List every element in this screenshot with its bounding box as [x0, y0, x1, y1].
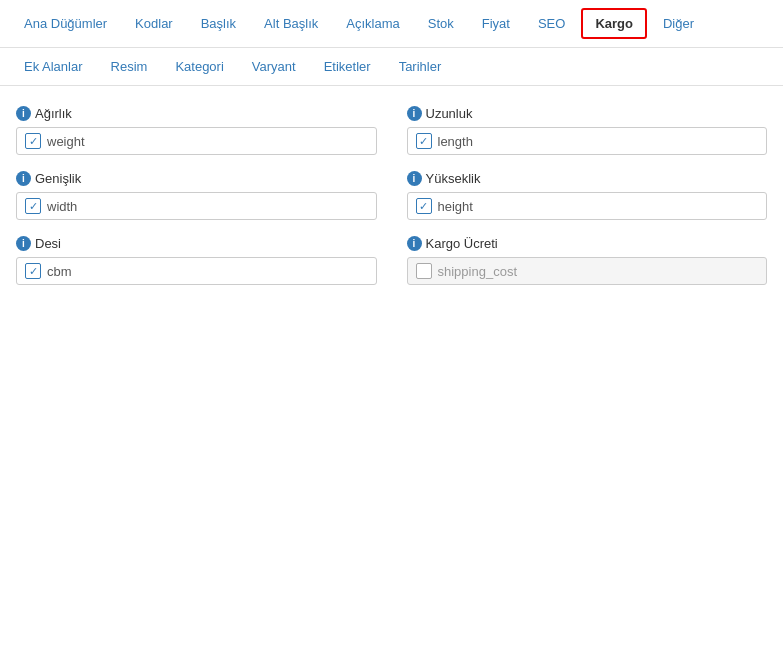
info-icon-kargo-ucreti[interactable]: i: [407, 236, 422, 251]
input-text-uzunluk[interactable]: length: [438, 134, 759, 149]
nav-item-fiyat[interactable]: Fiyat: [470, 10, 522, 37]
sub-nav-item-tarihler[interactable]: Tarihler: [387, 54, 454, 79]
sub-nav-item-ek-alanlar[interactable]: Ek Alanlar: [12, 54, 95, 79]
nav-item-alt-baslik[interactable]: Alt Başlık: [252, 10, 330, 37]
input-text-desi[interactable]: cbm: [47, 264, 368, 279]
label-text-kargo-ucreti: Kargo Ücreti: [426, 236, 498, 251]
form-label-genislik: iGenişlik: [16, 171, 377, 186]
input-text-agirlik[interactable]: weight: [47, 134, 368, 149]
sub-nav-item-kategori[interactable]: Kategori: [163, 54, 235, 79]
info-icon-genislik[interactable]: i: [16, 171, 31, 186]
info-icon-uzunluk[interactable]: i: [407, 106, 422, 121]
input-text-kargo-ucreti[interactable]: shipping_cost: [438, 264, 759, 279]
checkmark-yukseklik: ✓: [419, 201, 428, 212]
form-label-desi: iDesi: [16, 236, 377, 251]
nav-item-kodlar[interactable]: Kodlar: [123, 10, 185, 37]
form-grid: iAğırlık✓weightiUzunluk✓lengthiGenişlik✓…: [16, 106, 767, 285]
nav-item-ana-dugumler[interactable]: Ana Düğümler: [12, 10, 119, 37]
input-wrapper-genislik: ✓width: [16, 192, 377, 220]
form-group-uzunluk: iUzunluk✓length: [407, 106, 768, 155]
checkbox-agirlik[interactable]: ✓: [25, 133, 41, 149]
form-group-genislik: iGenişlik✓width: [16, 171, 377, 220]
label-text-uzunluk: Uzunluk: [426, 106, 473, 121]
form-group-desi: iDesi✓cbm: [16, 236, 377, 285]
input-text-yukseklik[interactable]: height: [438, 199, 759, 214]
form-group-kargo-ucreti: iKargo Ücretishipping_cost: [407, 236, 768, 285]
info-icon-desi[interactable]: i: [16, 236, 31, 251]
form-label-agirlik: iAğırlık: [16, 106, 377, 121]
checkmark-agirlik: ✓: [29, 136, 38, 147]
sub-nav-item-etiketler[interactable]: Etiketler: [312, 54, 383, 79]
nav-item-aciklama[interactable]: Açıklama: [334, 10, 411, 37]
nav-item-baslik[interactable]: Başlık: [189, 10, 248, 37]
nav-item-diger[interactable]: Diğer: [651, 10, 706, 37]
input-wrapper-agirlik: ✓weight: [16, 127, 377, 155]
form-label-yukseklik: iYükseklik: [407, 171, 768, 186]
form-group-agirlik: iAğırlık✓weight: [16, 106, 377, 155]
checkbox-yukseklik[interactable]: ✓: [416, 198, 432, 214]
input-wrapper-kargo-ucreti: shipping_cost: [407, 257, 768, 285]
checkbox-kargo-ucreti[interactable]: [416, 263, 432, 279]
sub-nav-item-resim[interactable]: Resim: [99, 54, 160, 79]
label-text-genislik: Genişlik: [35, 171, 81, 186]
info-icon-agirlik[interactable]: i: [16, 106, 31, 121]
sub-nav-item-varyant[interactable]: Varyant: [240, 54, 308, 79]
input-wrapper-desi: ✓cbm: [16, 257, 377, 285]
nav-item-seo[interactable]: SEO: [526, 10, 577, 37]
checkmark-genislik: ✓: [29, 201, 38, 212]
checkbox-desi[interactable]: ✓: [25, 263, 41, 279]
checkmark-desi: ✓: [29, 266, 38, 277]
top-navigation: Ana DüğümlerKodlarBaşlıkAlt BaşlıkAçıkla…: [0, 0, 783, 48]
main-content: iAğırlık✓weightiUzunluk✓lengthiGenişlik✓…: [0, 86, 783, 305]
checkmark-uzunluk: ✓: [419, 136, 428, 147]
input-text-genislik[interactable]: width: [47, 199, 368, 214]
input-wrapper-yukseklik: ✓height: [407, 192, 768, 220]
checkbox-genislik[interactable]: ✓: [25, 198, 41, 214]
form-label-kargo-ucreti: iKargo Ücreti: [407, 236, 768, 251]
nav-item-kargo[interactable]: Kargo: [581, 8, 647, 39]
checkbox-uzunluk[interactable]: ✓: [416, 133, 432, 149]
form-label-uzunluk: iUzunluk: [407, 106, 768, 121]
label-text-desi: Desi: [35, 236, 61, 251]
label-text-agirlik: Ağırlık: [35, 106, 72, 121]
label-text-yukseklik: Yükseklik: [426, 171, 481, 186]
form-group-yukseklik: iYükseklik✓height: [407, 171, 768, 220]
info-icon-yukseklik[interactable]: i: [407, 171, 422, 186]
nav-item-stok[interactable]: Stok: [416, 10, 466, 37]
sub-navigation: Ek AlanlarResimKategoriVaryantEtiketlerT…: [0, 48, 783, 86]
input-wrapper-uzunluk: ✓length: [407, 127, 768, 155]
